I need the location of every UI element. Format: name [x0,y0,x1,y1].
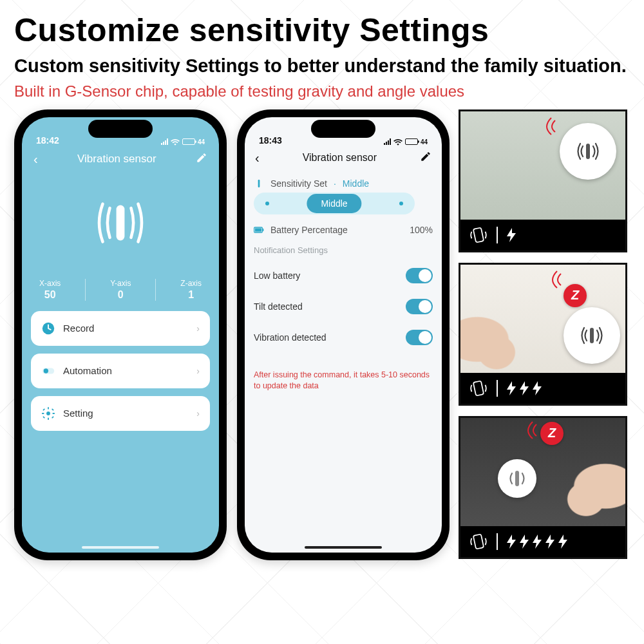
tilt-row: Tilt detected [254,296,433,317]
svg-rect-22 [473,534,484,549]
back-button[interactable]: ‹ [33,152,38,167]
status-right: 44 [384,138,428,146]
level-high-dot[interactable] [399,202,403,205]
sensitivity-value: Middle [343,178,369,189]
pencil-icon [420,151,431,162]
svg-rect-21 [515,471,519,486]
cellular-icon [161,138,168,145]
page-subtitle: Custom sensitivity Settings to better un… [14,54,630,79]
low-battery-toggle[interactable] [406,268,433,283]
update-delay-warning: After issuing the command, it takes 5-10… [254,358,433,392]
svg-rect-6 [48,417,49,420]
svg-rect-10 [52,416,54,419]
axis-readout: X-axis 50 Y-axis 0 Z-axis 1 [22,274,219,311]
notification-heading: Notification Settings [254,245,433,255]
svg-rect-20 [473,381,484,395]
intensity-bolts [507,535,567,549]
page-title: Customize sensitivity Settings [14,12,630,49]
hand-graphic [551,460,627,525]
vibration-toggle[interactable] [406,330,433,345]
edit-button[interactable] [196,152,207,166]
screen-title: Vibration sensor [303,152,377,164]
sensitivity-section: Sensitivity Set · Middle Middle [254,178,433,214]
svg-rect-11 [52,408,54,411]
level-middle-pill[interactable]: Middle [307,194,361,213]
vibration-hero-icon [22,169,219,274]
sensor-device [564,307,620,364]
low-battery-row: Low battery [254,265,433,286]
sensor-device [560,123,616,180]
hand-graphic [459,314,531,378]
wifi-icon [171,138,180,146]
axis-y: Y-axis 0 [110,279,131,301]
battery-icon [405,138,418,145]
automation-icon [41,364,55,378]
zigbee-badge: Z [564,284,587,307]
phone-vibrate-icon [469,379,488,397]
svg-rect-7 [42,413,44,414]
phone-vibrate-icon [469,533,488,551]
axis-x: X-axis 50 [39,279,61,301]
level-low-dot[interactable] [265,202,269,205]
cellular-icon [384,138,391,145]
setting-row[interactable]: Setting › [31,396,210,431]
phone-vibrate-icon [469,226,488,244]
status-time: 18:42 [36,135,59,146]
vibration-row: Vibration detected [254,327,433,348]
battery-value: 100% [410,225,433,235]
battery-icon [182,138,195,145]
sensitivity-label: Sensitivity Set [270,178,327,189]
home-indicator [82,546,159,549]
svg-rect-0 [117,205,125,240]
signal-waves-icon [544,270,564,289]
phone-mockup-overview: 18:42 44 ‹ Vibration sensor [14,109,227,560]
svg-rect-8 [52,413,55,414]
battery-text: 44 [198,138,205,146]
dynamic-island [311,120,375,138]
automation-row[interactable]: Automation › [31,354,210,388]
svg-rect-15 [255,228,261,231]
intensity-bolts [507,228,516,242]
thumb-safe: Z [459,416,627,559]
svg-point-4 [46,412,50,415]
svg-rect-9 [43,408,45,411]
pencil-icon [196,152,207,164]
sensitivity-slider[interactable]: Middle [254,193,415,214]
thumb-curtain [459,109,627,252]
tilt-toggle[interactable] [406,299,433,314]
battery-row: Battery Percentage 100% [254,225,433,235]
wifi-icon [393,138,402,146]
intensity-bolts [507,381,542,395]
svg-rect-18 [473,227,484,242]
chevron-right-icon: › [196,323,200,334]
svg-rect-13 [258,180,260,187]
svg-rect-19 [590,328,594,343]
chevron-right-icon: › [196,366,200,376]
thumb-door: Z [459,263,627,406]
home-indicator [305,546,382,549]
edit-button[interactable] [420,151,431,165]
svg-point-3 [44,368,48,373]
slider-icon [254,178,264,189]
dynamic-island [88,120,153,138]
use-case-thumbnails: Z Z [459,109,627,560]
phone-mockup-settings: 18:43 44 ‹ Vibration sensor [237,109,450,560]
status-right: 44 [161,138,205,146]
battery-mini-icon [254,225,264,235]
svg-rect-17 [586,144,590,159]
svg-rect-16 [263,229,263,231]
chevron-right-icon: › [196,408,200,419]
screen-title: Vibration sensor [77,153,156,166]
battery-text: 44 [421,138,428,146]
svg-rect-5 [48,407,49,410]
gear-icon [41,406,55,421]
clock-icon [41,321,55,336]
axis-z: Z-axis 1 [180,279,202,301]
back-button[interactable]: ‹ [255,151,260,166]
svg-rect-12 [43,416,45,419]
feature-note: Built in G-Sensor chip, capable of testi… [14,82,630,100]
record-row[interactable]: Record › [31,311,210,346]
status-time: 18:43 [259,135,282,146]
signal-waves-icon [520,421,539,440]
zigbee-badge: Z [540,422,564,445]
